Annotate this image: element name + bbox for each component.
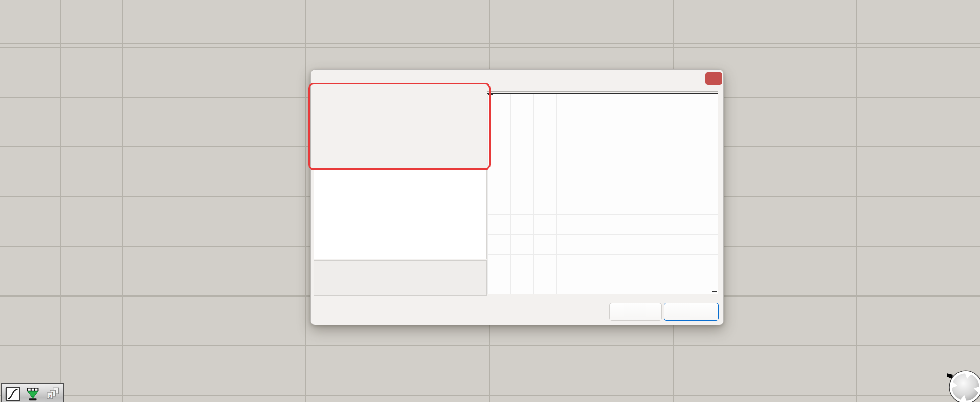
- svg-text:0: 0: [49, 393, 51, 398]
- graph-editor-dialog: [310, 69, 724, 325]
- number-cards-icon[interactable]: 1 0: [46, 386, 60, 402]
- graph-plot[interactable]: [487, 93, 718, 294]
- property-grid[interactable]: [314, 170, 487, 259]
- hopper-icon[interactable]: [25, 386, 40, 402]
- svg-text:1: 1: [51, 391, 54, 396]
- graph-splitter-bar[interactable]: [487, 91, 718, 92]
- canvas-compass-widget[interactable]: [947, 368, 980, 402]
- grasshopper-canvas[interactable]: { "window": { "title": "Graph Editor", "…: [0, 0, 980, 402]
- graph-mapper-icon[interactable]: [5, 386, 20, 402]
- ok-button[interactable]: [609, 303, 662, 321]
- cancel-button[interactable]: [664, 303, 719, 321]
- close-button[interactable]: [705, 72, 722, 85]
- canvas-widget-toolbar: 1 0: [1, 383, 64, 402]
- domain-label-top-left: [488, 94, 493, 96]
- domain-label-bottom-right: [712, 291, 717, 293]
- help-panel: [314, 260, 487, 296]
- graph-curve-svg: [487, 94, 718, 294]
